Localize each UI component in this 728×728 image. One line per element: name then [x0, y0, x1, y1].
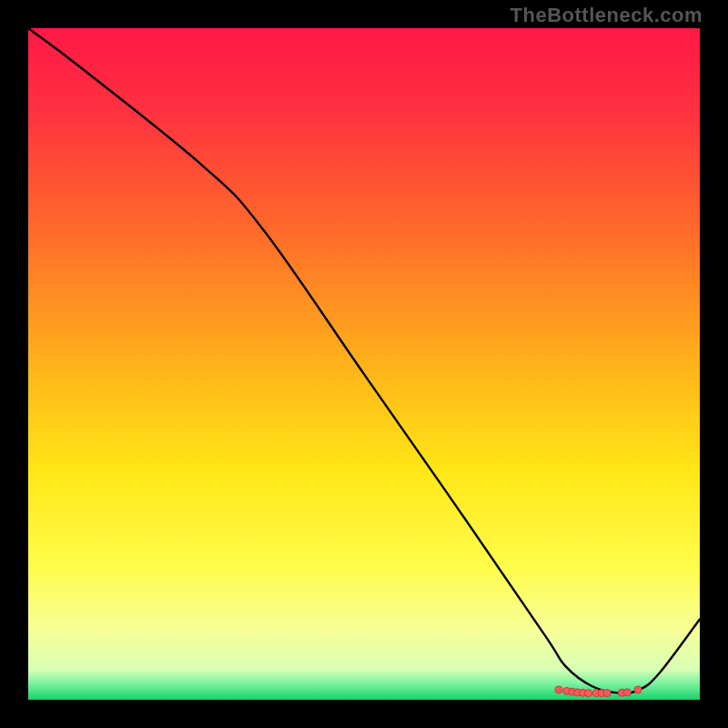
gradient-background — [28, 28, 700, 700]
chart-container: TheBottleneck.com — [0, 0, 728, 728]
plot-area — [28, 28, 700, 700]
plot-svg — [28, 28, 700, 700]
watermark-text: TheBottleneck.com — [511, 4, 703, 27]
optimal-marker — [634, 686, 642, 693]
optimal-marker — [623, 689, 631, 696]
optimal-marker — [555, 686, 562, 693]
optimal-marker — [603, 690, 611, 697]
optimal-marker — [584, 690, 592, 697]
